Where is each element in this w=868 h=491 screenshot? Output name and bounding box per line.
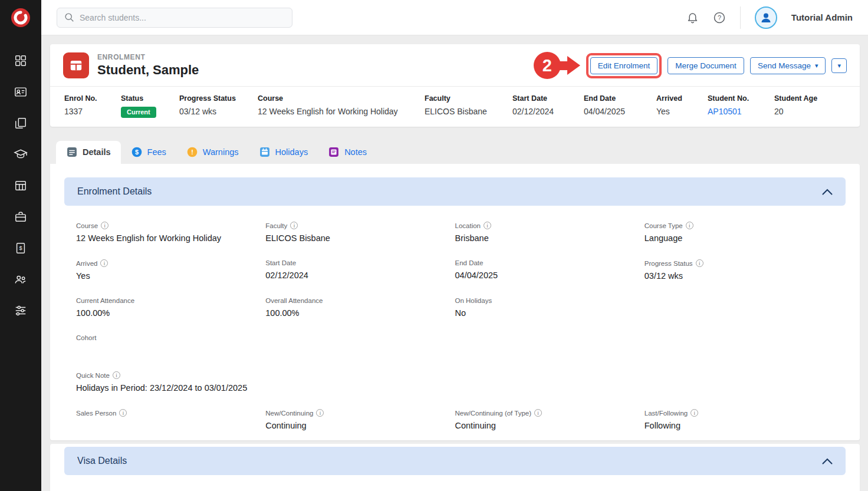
- enrolment-titles: ENROLMENT Student, Sample: [97, 53, 199, 78]
- enrolment-fields-grid: Coursei 12 Weeks English for Working Hol…: [64, 206, 846, 431]
- page-kicker: ENROLMENT: [97, 53, 199, 61]
- briefcase-icon: [14, 210, 27, 223]
- enrolment-details-header[interactable]: Enrolment Details: [64, 177, 846, 206]
- invoice-dollar-icon: $: [14, 242, 27, 255]
- tab-details[interactable]: Details: [56, 141, 121, 164]
- tab-notes[interactable]: Notes: [318, 141, 377, 164]
- fees-icon: $: [131, 146, 143, 158]
- enrolment-header-top: ENROLMENT Student, Sample 2 Edit Enrolme…: [50, 44, 860, 86]
- sliders-icon: [14, 304, 27, 317]
- summary-end-date: End Date 04/04/2025: [584, 94, 656, 118]
- field-current-attendance: Current Attendance 100.00%: [76, 297, 265, 318]
- field-course: Coursei 12 Weeks English for Working Hol…: [76, 222, 265, 243]
- info-icon: i: [119, 409, 127, 417]
- summary-faculty: Faculty ELICOS Bisbane: [425, 94, 512, 118]
- table-icon: [14, 179, 27, 192]
- visa-details-header[interactable]: Visa Details: [64, 447, 846, 475]
- enrolment-icon: [63, 52, 89, 78]
- sidebar-item-finance[interactable]: $: [11, 240, 31, 256]
- field-new-continuing: New/Continuingi Continuing: [265, 409, 455, 431]
- enrolment-details-card: Enrolment Details Coursei 12 Weeks Engli…: [50, 164, 860, 440]
- help-icon: ?: [713, 11, 726, 24]
- info-icon: i: [534, 409, 542, 417]
- grid-filler: [645, 334, 834, 355]
- tab-warnings[interactable]: ! Warnings: [176, 141, 249, 164]
- section-title: Visa Details: [77, 456, 127, 466]
- chevron-down-icon: ▾: [837, 62, 841, 69]
- info-icon: i: [100, 259, 108, 267]
- edit-enrolment-button[interactable]: Edit Enrolment: [590, 57, 658, 74]
- enrolment-summary-row: Enrol No. 1337 Status Current Progress S…: [50, 86, 860, 127]
- summary-enrol-no: Enrol No. 1337: [64, 94, 121, 118]
- details-icon: [66, 146, 78, 158]
- sidebar-item-documents[interactable]: [11, 116, 31, 131]
- chevron-down-icon: ▾: [815, 62, 818, 69]
- holidays-icon: [259, 146, 271, 158]
- svg-text:$: $: [19, 245, 22, 251]
- field-course-type: Course Typei Language: [645, 222, 834, 243]
- notifications-button[interactable]: [686, 11, 699, 24]
- logo-icon: [10, 7, 31, 28]
- annotation-number: 2: [534, 52, 561, 79]
- chevron-up-icon: [822, 458, 833, 464]
- sidebar-item-people[interactable]: [11, 272, 31, 287]
- more-actions-button[interactable]: ▾: [831, 58, 847, 73]
- people-icon: [14, 273, 28, 286]
- field-overall-attendance: Overall Attendance 100.00%: [265, 297, 455, 318]
- sidebar-item-business[interactable]: [11, 209, 31, 225]
- collapse-section-button[interactable]: [822, 189, 833, 195]
- send-message-button[interactable]: Send Message ▾: [750, 57, 826, 74]
- help-button[interactable]: ?: [713, 11, 726, 24]
- grid-filler: [265, 334, 455, 355]
- field-new-continuing-of-type: New/Continuing (of Type)i Continuing: [455, 409, 645, 431]
- sidebar-item-tables[interactable]: [11, 178, 31, 193]
- collapse-section-button[interactable]: [822, 458, 833, 464]
- student-card-icon: [14, 85, 27, 98]
- search-input[interactable]: [80, 13, 285, 22]
- sidebar-item-courses[interactable]: [11, 147, 31, 162]
- info-icon: i: [316, 409, 324, 417]
- field-faculty: Facultyi ELICOS Bisbane: [265, 222, 455, 243]
- sidebar-item-dashboard[interactable]: [11, 53, 31, 68]
- search-icon: [64, 12, 74, 22]
- field-location: Locationi Brisbane: [455, 222, 645, 243]
- enrolment-header-card: ENROLMENT Student, Sample 2 Edit Enrolme…: [50, 44, 860, 127]
- student-search[interactable]: [57, 8, 292, 28]
- sidebar-item-settings[interactable]: [11, 303, 31, 318]
- user-name: Tutorial Admin: [791, 12, 853, 22]
- edit-enrolment-highlight: Edit Enrolment: [586, 53, 662, 78]
- notes-icon: [328, 146, 340, 158]
- info-icon: i: [484, 222, 491, 229]
- summary-status: Status Current: [121, 94, 179, 118]
- svg-text:!: !: [191, 149, 193, 156]
- sidebar: $: [0, 0, 41, 491]
- merge-document-button[interactable]: Merge Document: [668, 57, 744, 74]
- field-end-date: End Date 04/04/2025: [455, 259, 645, 281]
- tab-holidays[interactable]: Holidays: [249, 141, 318, 164]
- dashboard-icon: [14, 54, 27, 67]
- enrolment-tabs: Details $ Fees ! Warnings Holidays: [50, 141, 860, 164]
- info-icon: i: [686, 222, 693, 229]
- warnings-icon: !: [186, 146, 198, 158]
- field-last-following: Last/Followingi Following: [645, 409, 834, 431]
- info-icon: i: [101, 222, 108, 229]
- field-start-date: Start Date 02/12/2024: [265, 259, 455, 281]
- header-actions: 2 Edit Enrolment Merge Document Send Mes…: [534, 52, 847, 79]
- field-progress-status: Progress Statusi 03/12 wks: [645, 259, 834, 281]
- tab-fees[interactable]: $ Fees: [121, 141, 176, 164]
- topbar: ? Tutorial Admin: [41, 0, 868, 35]
- annotation-arrow-icon: [567, 56, 580, 75]
- sidebar-item-students[interactable]: [11, 84, 31, 100]
- field-on-holidays: On Holidays No: [455, 297, 645, 318]
- person-icon: [759, 11, 773, 25]
- info-icon: i: [696, 259, 703, 267]
- annotation-step-2: 2: [534, 52, 580, 79]
- student-no-link[interactable]: AP10501: [708, 107, 742, 116]
- user-avatar[interactable]: [755, 6, 777, 29]
- sidebar-nav: $: [11, 53, 31, 318]
- summary-start-date: Start Date 02/12/2024: [512, 94, 584, 118]
- app-logo[interactable]: [0, 0, 41, 35]
- info-icon: i: [113, 371, 120, 379]
- field-sales-person: Sales Personi: [76, 409, 265, 431]
- field-cohort: Cohort: [76, 334, 265, 355]
